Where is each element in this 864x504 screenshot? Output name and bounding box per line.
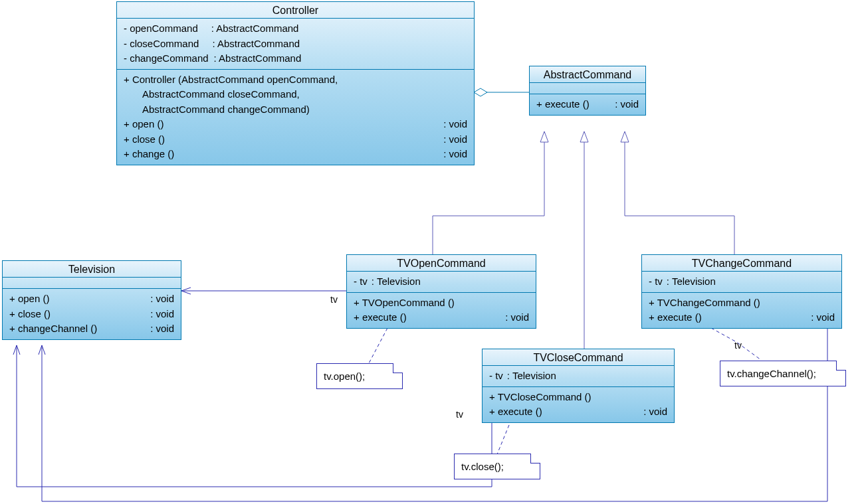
class-television: Television + open (): void + close (): v…: [2, 260, 181, 340]
note-text: tv.open();: [324, 371, 365, 382]
class-title: TVCloseCommand: [483, 349, 674, 366]
attr-section: - tv: Television: [347, 272, 536, 293]
ops-section: + TVCloseCommand () + execute (): void: [483, 387, 674, 422]
class-title: TVOpenCommand: [347, 255, 536, 272]
attr-section: - tv: Television: [483, 366, 674, 387]
class-tv-change-command: TVChangeCommand - tv: Television + TVCha…: [641, 254, 842, 329]
edge-label-tv-close: tv: [456, 409, 463, 420]
svg-line-2: [369, 328, 387, 363]
note-text: tv.close();: [461, 461, 504, 472]
diagram-canvas: Controller - openCommand: AbstractComman…: [0, 0, 864, 504]
class-tv-open-command: TVOpenCommand - tv: Television + TVOpenC…: [346, 254, 536, 329]
ops-section: + Controller (AbstractCommand openComman…: [117, 70, 474, 165]
class-abstract-command: AbstractCommand + execute (): void: [529, 66, 646, 116]
class-tv-close-command: TVCloseCommand - tv: Television + TVClos…: [482, 349, 675, 423]
ops-section: + open (): void + close (): void + chang…: [3, 289, 181, 339]
attr-section: - openCommand: AbstractCommand - closeCo…: [117, 19, 474, 70]
note-tv-change: tv.changeChannel();: [720, 361, 846, 386]
class-title: TVChangeCommand: [642, 255, 841, 272]
note-tv-open: tv.open();: [316, 363, 403, 389]
ops-section: + execute (): void: [530, 94, 645, 115]
class-title: Controller: [117, 2, 474, 19]
attr-section: [530, 83, 645, 94]
svg-line-3: [497, 425, 509, 454]
note-text: tv.changeChannel();: [727, 368, 816, 379]
class-title: AbstractCommand: [530, 66, 645, 83]
attr-section: [3, 278, 181, 289]
note-tv-close: tv.close();: [454, 454, 540, 479]
class-title: Television: [3, 261, 181, 278]
ops-section: + TVOpenCommand () + execute (): void: [347, 293, 536, 328]
edge-label-tv-open: tv: [330, 294, 338, 305]
attr-section: - tv: Television: [642, 272, 841, 293]
class-controller: Controller - openCommand: AbstractComman…: [116, 1, 475, 165]
ops-section: + TVChangeCommand () + execute (): void: [642, 293, 841, 328]
edge-label-tv-change: tv: [734, 340, 742, 351]
